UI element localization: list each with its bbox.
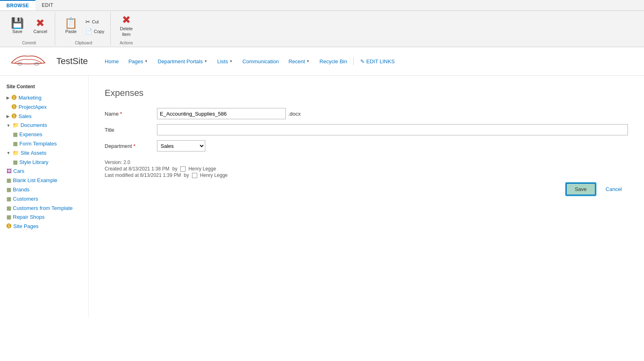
form-actions: Save Cancel: [105, 183, 628, 195]
sidebar-item-documents[interactable]: ▼ 📁 Documents: [6, 121, 82, 130]
ribbon-content: 💾 Save ✖ Cancel Commit 📋 Paste ✂: [0, 11, 644, 47]
ribbon-actions-buttons: ✖ DeleteItem: [116, 12, 137, 39]
save-icon: 💾: [11, 18, 24, 28]
file-extension: .docx: [288, 111, 301, 117]
sidebar-label-site-pages: Site Pages: [13, 222, 39, 231]
cancel-icon: ✖: [36, 18, 45, 28]
created-by-checkbox[interactable]: [180, 166, 186, 172]
cut-icon: ✂: [85, 19, 90, 25]
form-save-button[interactable]: Save: [566, 183, 596, 195]
site-nav: Home Pages ▼ Department Portals ▼ Lists …: [100, 55, 399, 68]
sidebar-item-brands[interactable]: ▦ Brands: [6, 185, 82, 195]
sidebar-label-customers: Customers: [13, 195, 38, 203]
sidebar-item-customers[interactable]: ▦ Customers: [6, 195, 82, 204]
paste-icon: 📋: [64, 18, 77, 28]
name-required-star: *: [120, 111, 122, 117]
sidebar: Site Content ▶ 🅢 Marketing ▶ 🅢 ProjectAp…: [0, 76, 89, 317]
nav-lists[interactable]: Lists ▼: [213, 55, 238, 68]
save-label: Save: [12, 29, 22, 34]
list-icon: ▦: [6, 213, 11, 222]
delete-label: DeleteItem: [120, 26, 133, 37]
dept-required-star: *: [134, 143, 136, 149]
clipboard-group-label: Clipboard: [75, 39, 92, 45]
sidebar-item-blank-list-example[interactable]: ▦ Blank List Example: [6, 176, 82, 185]
site-logo: [8, 51, 48, 71]
sidebar-item-form-templates[interactable]: ▦ Form Templates: [6, 139, 82, 149]
list-icon: ▦: [13, 131, 18, 139]
site-header: TestSite Home Pages ▼ Department Portals…: [0, 47, 644, 76]
sidebar-label-cars: Cars: [13, 167, 24, 176]
title-input[interactable]: [157, 124, 628, 135]
cancel-button[interactable]: ✖ Cancel: [29, 12, 52, 39]
pages-arrow-icon: ▼: [144, 59, 148, 63]
folder-s-icon: 🅢: [6, 222, 12, 231]
sidebar-item-marketing[interactable]: ▶ 🅢 Marketing: [6, 93, 82, 103]
sidebar-label-documents: Documents: [21, 121, 47, 130]
nav-communication[interactable]: Communication: [237, 55, 283, 68]
expand-icon: ▶: [6, 113, 10, 120]
title-label: Title: [105, 127, 157, 133]
sidebar-item-repair-shops[interactable]: ▦ Repair Shops: [6, 213, 82, 222]
department-select[interactable]: Sales Marketing HR IT Finance: [157, 140, 205, 151]
ribbon-group-actions: ✖ DeleteItem Actions: [112, 12, 140, 45]
sidebar-label-sales: Sales: [19, 112, 32, 121]
nav-recent[interactable]: Recent ▼: [284, 55, 315, 68]
sidebar-label-blank-list-example: Blank List Example: [13, 176, 58, 185]
copy-button[interactable]: 📄 Copy: [83, 27, 107, 36]
tab-edit[interactable]: EDIT: [35, 0, 60, 10]
ribbon-clipboard-buttons: 📋 Paste ✂ Cut 📄 Copy: [60, 12, 107, 39]
ribbon-tabs: BROWSE EDIT: [0, 0, 644, 11]
sidebar-item-sales[interactable]: ▶ 🅢 Sales: [6, 112, 82, 121]
folder-icon: 📁: [12, 121, 19, 130]
content-area: Expenses Name * .docx Title Department *: [89, 76, 644, 317]
ribbon-group-commit: 💾 Save ✖ Cancel Commit: [3, 12, 55, 45]
image-library-icon: 🖼: [6, 167, 12, 176]
expand-icon: ▶: [6, 95, 10, 101]
folder-s-icon: 🅢: [12, 103, 17, 112]
name-input[interactable]: [157, 108, 286, 119]
sidebar-item-expenses[interactable]: ▦ Expenses: [6, 130, 82, 139]
delete-item-button[interactable]: ✖ DeleteItem: [116, 12, 137, 39]
copy-icon: 📄: [85, 28, 92, 35]
dept-arrow-icon: ▼: [204, 59, 208, 63]
folder-s-icon: 🅢: [12, 94, 17, 102]
sidebar-item-customers-from-template[interactable]: ▦ Customers from Template: [6, 204, 82, 213]
form-cancel-button[interactable]: Cancel: [600, 183, 628, 195]
sidebar-item-projectapex[interactable]: ▶ 🅢 ProjectApex: [6, 103, 82, 112]
modified-by-checkbox[interactable]: [192, 173, 197, 178]
name-label: Name *: [105, 111, 157, 117]
version-line: Version: 2.0: [105, 160, 322, 165]
cut-button[interactable]: ✂ Cut: [83, 17, 107, 26]
save-button[interactable]: 💾 Save: [6, 12, 28, 39]
sidebar-label-form-templates: Form Templates: [19, 140, 57, 148]
title-field-row: Title: [105, 124, 628, 135]
nav-recycle-bin[interactable]: Recycle Bin: [315, 55, 352, 68]
tab-browse[interactable]: BROWSE: [0, 0, 35, 10]
list-icon: ▦: [13, 140, 18, 148]
list-icon: ▦: [13, 158, 18, 167]
delete-icon: ✖: [122, 15, 131, 25]
department-field-row: Department * Sales Marketing HR IT Finan…: [105, 140, 628, 151]
ribbon-commit-buttons: 💾 Save ✖ Cancel: [6, 12, 52, 39]
list-icon: ▦: [6, 204, 11, 213]
sidebar-label-site-assets: Site Assets: [21, 149, 46, 158]
ribbon-group-clipboard: 📋 Paste ✂ Cut 📄 Copy Clipboard: [57, 12, 111, 45]
ribbon: BROWSE EDIT 💾 Save ✖ Cancel Commit 📋: [0, 0, 644, 47]
sidebar-item-style-library[interactable]: ▦ Style Library: [6, 158, 82, 167]
nav-department-portals[interactable]: Department Portals ▼: [153, 55, 213, 68]
sidebar-item-site-pages[interactable]: 🅢 Site Pages: [6, 222, 82, 231]
paste-button[interactable]: 📋 Paste: [60, 12, 82, 39]
expand-icon: ▼: [6, 122, 10, 129]
sidebar-item-cars[interactable]: 🖼 Cars: [6, 167, 82, 176]
main: Site Content ▶ 🅢 Marketing ▶ 🅢 ProjectAp…: [0, 76, 644, 317]
actions-group-label: Actions: [120, 39, 133, 45]
sidebar-label-brands: Brands: [13, 186, 29, 194]
nav-home[interactable]: Home: [100, 55, 124, 68]
cut-label: Cut: [92, 19, 99, 24]
sidebar-label-projectapex: ProjectApex: [19, 103, 47, 112]
edit-links[interactable]: ✎ EDIT LINKS: [355, 55, 399, 68]
sidebar-heading: Site Content: [6, 84, 82, 89]
sidebar-item-site-assets[interactable]: ▼ 📁 Site Assets: [6, 149, 82, 158]
nav-pages[interactable]: Pages ▼: [124, 55, 153, 68]
department-label: Department *: [105, 143, 157, 149]
